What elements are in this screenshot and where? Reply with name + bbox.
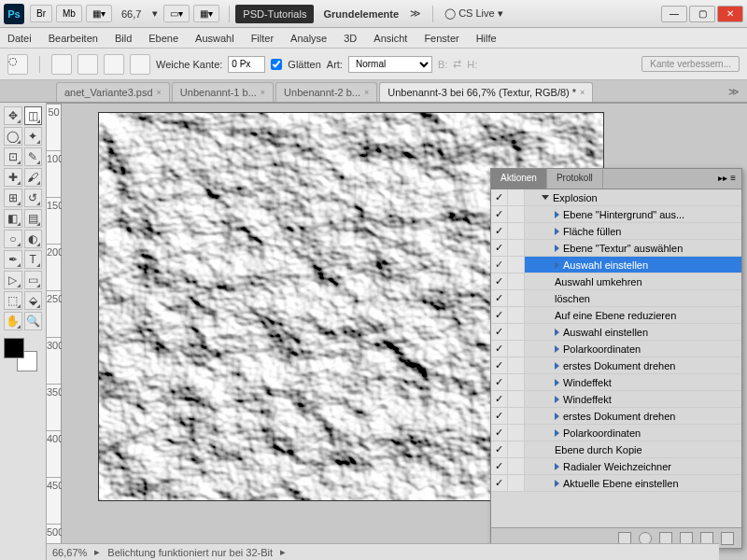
menu-bearbeiten[interactable]: Bearbeiten <box>49 33 98 44</box>
style-select[interactable]: Normal <box>348 56 432 73</box>
action-step[interactable]: ✓Ebene "Textur" auswählen <box>491 240 741 257</box>
workspace-label[interactable]: Grundelemente <box>323 8 399 20</box>
marquee-tool[interactable]: ◫ <box>24 106 43 125</box>
foreground-color[interactable] <box>4 338 24 358</box>
type-tool[interactable]: T <box>24 250 43 269</box>
blur-tool[interactable]: ○ <box>4 230 22 248</box>
eyedropper-tool[interactable]: ✎ <box>24 147 43 166</box>
screen-mode-button[interactable]: ▦▾ <box>86 5 112 22</box>
subtract-selection-icon[interactable] <box>104 54 124 75</box>
status-zoom[interactable]: 66,67% <box>52 547 87 558</box>
menu-filter[interactable]: Filter <box>251 33 274 44</box>
action-step[interactable]: ✓Auf eine Ebene reduzieren <box>491 307 741 324</box>
doc-tab[interactable]: Unbenannt-2 b...× <box>275 82 377 102</box>
wand-tool[interactable]: ✦ <box>24 127 43 146</box>
actions-list[interactable]: ✓ Explosion ✓Ebene "Hintergrund" aus...✓… <box>491 189 741 527</box>
zoom-value[interactable]: 66,7 <box>121 8 141 20</box>
action-step[interactable]: ✓Auswahl umkehren <box>491 273 741 290</box>
intersect-selection-icon[interactable] <box>130 54 150 75</box>
expand-icon[interactable] <box>555 228 559 235</box>
crop-tool[interactable]: ⊡ <box>4 147 22 166</box>
panel-menu-icon[interactable]: ▸▸ ≡ <box>712 169 741 189</box>
action-step[interactable]: ✓Ebene durch Kopie <box>491 441 741 458</box>
close-tab-icon[interactable]: × <box>157 88 162 97</box>
action-step[interactable]: ✓erstes Dokument drehen <box>491 408 741 425</box>
eraser-tool[interactable]: ◧ <box>4 209 22 228</box>
expand-icon[interactable] <box>555 211 559 218</box>
action-step[interactable]: ✓Windeffekt <box>491 374 741 391</box>
arrange-button[interactable]: ▭▾ <box>163 5 190 22</box>
expand-icon[interactable] <box>555 429 559 437</box>
actions-panel[interactable]: Aktionen Protokoll ▸▸ ≡ ✓ Explosion ✓Ebe… <box>490 168 742 549</box>
trash-icon[interactable] <box>721 532 734 545</box>
workspace-badge[interactable]: PSD-Tutorials <box>235 5 314 23</box>
close-tab-icon[interactable]: × <box>261 88 265 97</box>
expand-icon[interactable] <box>555 245 559 252</box>
tab-aktionen[interactable]: Aktionen <box>491 169 547 189</box>
tabs-overflow[interactable]: ≫ <box>725 82 743 102</box>
window-minimize[interactable]: — <box>661 6 687 22</box>
dodge-tool[interactable]: ◐ <box>24 230 43 248</box>
view-extras-button[interactable]: ▦▾ <box>193 5 219 22</box>
expand-icon[interactable] <box>555 362 559 370</box>
menu-auswahl[interactable]: Auswahl <box>195 33 234 44</box>
action-step[interactable]: ✓erstes Dokument drehen <box>491 357 741 374</box>
expand-icon[interactable] <box>555 261 559 269</box>
menu-3d[interactable]: 3D <box>344 33 357 44</box>
expand-icon[interactable] <box>542 195 549 200</box>
action-group[interactable]: ✓ Explosion <box>491 189 741 206</box>
action-step[interactable]: ✓Aktuelle Ebene einstellen <box>491 475 741 492</box>
expand-icon[interactable] <box>555 463 559 470</box>
hand-tool[interactable]: ✋ <box>4 312 22 330</box>
3d-tool[interactable]: ⬚ <box>4 291 22 310</box>
doc-tab[interactable]: anet_Variante3.psd× <box>56 82 170 102</box>
menu-ebene[interactable]: Ebene <box>148 33 178 44</box>
window-close[interactable]: ✕ <box>717 6 743 22</box>
ruler-vertical[interactable]: 50100150200250300350400450500550600 <box>47 104 62 560</box>
stamp-tool[interactable]: ⊞ <box>4 189 22 207</box>
pen-tool[interactable]: ✒ <box>4 250 22 269</box>
3d-camera-tool[interactable]: ⬙ <box>24 291 43 310</box>
refine-edge-button[interactable]: Kante verbessern... <box>641 56 740 72</box>
menu-hilfe[interactable]: Hilfe <box>476 33 497 44</box>
action-step[interactable]: ✓Radialer Weichzeichner <box>491 458 741 475</box>
action-step[interactable]: ✓löschen <box>491 290 741 307</box>
action-step[interactable]: ✓Ebene "Hintergrund" aus... <box>491 206 741 223</box>
add-selection-icon[interactable] <box>78 54 98 75</box>
expand-icon[interactable] <box>555 329 559 336</box>
action-step[interactable]: ✓Auswahl einstellen <box>491 257 741 273</box>
move-tool[interactable]: ✥ <box>4 106 22 125</box>
menu-fenster[interactable]: Fenster <box>424 33 458 44</box>
doc-tab[interactable]: Unbenannt-1 b...× <box>172 82 274 102</box>
cslive-button[interactable]: ◯ CS Live ▾ <box>444 7 503 20</box>
expand-icon[interactable] <box>555 480 559 487</box>
menu-ansicht[interactable]: Ansicht <box>374 33 407 44</box>
action-step[interactable]: ✓Windeffekt <box>491 391 741 408</box>
antialias-checkbox[interactable] <box>271 59 282 70</box>
menu-analyse[interactable]: Analyse <box>290 33 327 44</box>
expand-icon[interactable] <box>555 396 559 403</box>
action-step[interactable]: ✓Polarkoordinaten <box>491 341 741 357</box>
close-tab-icon[interactable]: × <box>580 88 585 97</box>
minibridge-button[interactable]: Mb <box>56 5 82 22</box>
action-step[interactable]: ✓Fläche füllen <box>491 223 741 240</box>
tool-preset-icon[interactable]: ◌ <box>7 54 28 75</box>
action-step[interactable]: ✓Auswahl einstellen <box>491 324 741 341</box>
new-selection-icon[interactable] <box>51 54 72 75</box>
brush-tool[interactable]: 🖌 <box>24 168 43 187</box>
expand-icon[interactable] <box>555 379 559 386</box>
bridge-button[interactable]: Br <box>30 5 52 22</box>
color-swatches[interactable] <box>4 338 37 371</box>
gradient-tool[interactable]: ▤ <box>24 209 43 228</box>
window-maximize[interactable]: ▢ <box>689 6 715 22</box>
close-tab-icon[interactable]: × <box>364 88 369 97</box>
history-brush-tool[interactable]: ↺ <box>24 189 43 207</box>
action-step[interactable]: ✓Polarkoordinaten <box>491 425 741 441</box>
menu-bild[interactable]: Bild <box>115 33 132 44</box>
lasso-tool[interactable]: ◯ <box>4 127 22 146</box>
shape-tool[interactable]: ▭ <box>24 271 43 289</box>
expand-icon[interactable] <box>555 345 559 353</box>
expand-icon[interactable] <box>555 413 559 420</box>
tab-protokoll[interactable]: Protokoll <box>547 169 603 189</box>
zoom-tool[interactable]: 🔍 <box>24 312 43 330</box>
